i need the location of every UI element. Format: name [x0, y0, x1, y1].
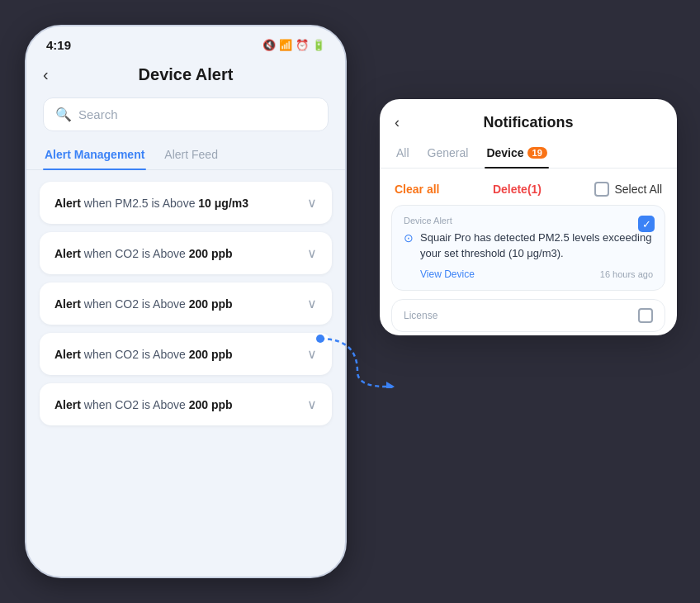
alert-card-1[interactable]: Alert when CO2 is Above 200 ppb ∨ — [40, 232, 332, 274]
mute-icon: 🔇 — [262, 39, 276, 51]
notif-item-0-footer: View Device 16 hours ago — [420, 268, 653, 280]
wifi-icon: 📶 — [279, 39, 292, 51]
battery-icon: 🔋 — [312, 39, 325, 51]
notif-tab-all[interactable]: All — [395, 140, 411, 168]
notif-item-1-category: License — [404, 310, 438, 321]
notif-item-1[interactable]: License — [391, 299, 665, 332]
alert-card-2[interactable]: Alert when CO2 is Above 200 ppb ∨ — [40, 283, 332, 325]
search-icon: 🔍 — [55, 107, 72, 122]
chevron-down-icon-2: ∨ — [307, 296, 317, 311]
scene: 4:19 🔇 📶 ⏰ 🔋 ‹ Device Alert 🔍 Search Ale… — [0, 0, 700, 603]
tab-alert-management[interactable]: Alert Management — [43, 141, 146, 169]
notif-item-0-text: Squair Pro has detected PM2.5 levels exc… — [420, 230, 653, 262]
status-time: 4:19 — [46, 38, 71, 52]
clear-all-button[interactable]: Clear all — [395, 183, 439, 196]
alert-text-1: Alert when CO2 is Above 200 ppb — [54, 247, 233, 260]
alert-list: Alert when PM2.5 is Above 10 μg/m3 ∨ Ale… — [26, 182, 345, 425]
notif-item-0-time: 16 hours ago — [600, 269, 653, 279]
notif-actions: Clear all Delete(1) Select All — [380, 177, 677, 205]
chevron-down-icon-0: ∨ — [307, 195, 317, 211]
tabs-bar: Alert Management Alert Feed — [26, 141, 345, 170]
notif-alert-icon: ⊙ — [404, 231, 414, 245]
notif-item-1-checkbox[interactable] — [638, 308, 653, 323]
notif-item-0-category: Device Alert — [404, 216, 653, 226]
notif-tabs: All General Device 19 — [380, 140, 677, 169]
phone-page-title: Device Alert — [139, 65, 234, 84]
notif-header: ‹ Notifications — [380, 99, 677, 140]
alert-text-3: Alert when CO2 is Above 200 ppb — [54, 348, 233, 361]
status-bar: 4:19 🔇 📶 ⏰ 🔋 — [26, 26, 345, 57]
chevron-down-icon-4: ∨ — [307, 396, 317, 412]
alert-text-2: Alert when CO2 is Above 200 ppb — [54, 297, 233, 311]
notif-item-0-body: Squair Pro has detected PM2.5 levels exc… — [420, 230, 653, 280]
chevron-down-icon-1: ∨ — [307, 245, 317, 261]
notif-item-0-inner: Device Alert ⊙ Squair Pro has detected P… — [392, 206, 665, 290]
notif-back-button[interactable]: ‹ — [395, 114, 400, 131]
phone-frame: 4:19 🔇 📶 ⏰ 🔋 ‹ Device Alert 🔍 Search Ale… — [25, 25, 347, 578]
notif-item-1-inner: License — [392, 300, 665, 331]
alert-text-0: Alert when PM2.5 is Above 10 μg/m3 — [54, 197, 248, 210]
alarm-icon: ⏰ — [296, 39, 309, 51]
view-device-link[interactable]: View Device — [420, 268, 475, 280]
notif-item-0[interactable]: Device Alert ⊙ Squair Pro has detected P… — [391, 205, 665, 291]
search-bar[interactable]: 🔍 Search — [43, 97, 329, 131]
alert-text-4: Alert when CO2 is Above 200 ppb — [54, 398, 233, 411]
alert-card-0[interactable]: Alert when PM2.5 is Above 10 μg/m3 ∨ — [40, 182, 332, 224]
status-icons: 🔇 📶 ⏰ 🔋 — [262, 39, 325, 51]
select-all-checkbox[interactable] — [594, 182, 609, 197]
notif-tab-general[interactable]: General — [426, 140, 471, 168]
notification-panel: ‹ Notifications All General Device 19 Cl… — [380, 99, 677, 335]
chevron-down-icon-3: ∨ — [307, 346, 317, 362]
notif-item-0-checkbox[interactable]: ✓ — [638, 216, 655, 232]
notif-tab-device[interactable]: Device 19 — [485, 140, 548, 168]
svg-marker-1 — [386, 382, 395, 388]
alert-card-4[interactable]: Alert when CO2 is Above 200 ppb ∨ — [40, 383, 332, 425]
alert-card-3[interactable]: Alert when CO2 is Above 200 ppb ∨ — [40, 333, 332, 375]
delete-button[interactable]: Delete(1) — [493, 183, 542, 196]
tab-alert-feed[interactable]: Alert Feed — [163, 141, 220, 169]
phone-back-button[interactable]: ‹ — [43, 65, 49, 84]
notif-title: Notifications — [483, 114, 573, 131]
phone-header: ‹ Device Alert — [26, 57, 345, 91]
search-placeholder: Search — [78, 107, 118, 121]
device-badge: 19 — [527, 147, 547, 159]
notif-item-0-content: ⊙ Squair Pro has detected PM2.5 levels e… — [404, 230, 653, 280]
select-all-button[interactable]: Select All — [594, 182, 662, 197]
